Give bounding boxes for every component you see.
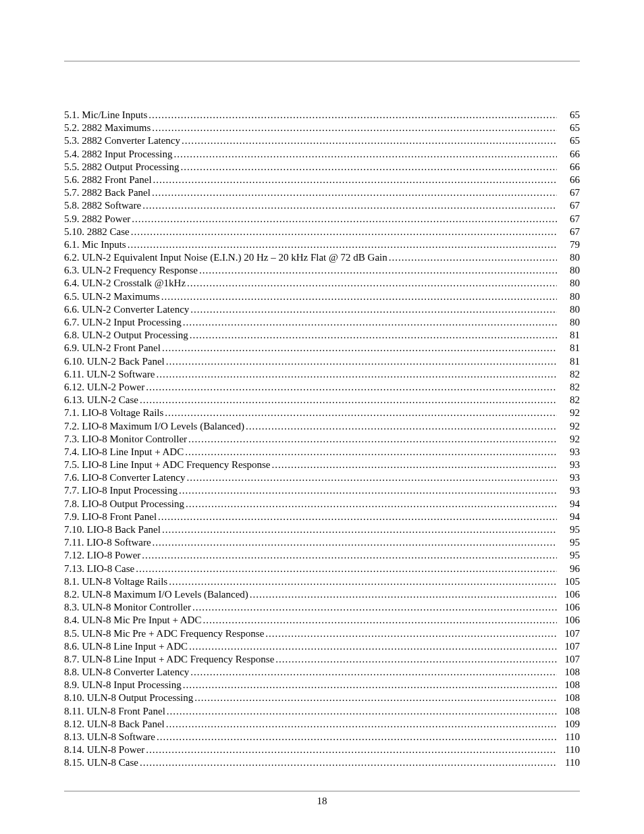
toc-leader-dots — [146, 744, 557, 756]
toc-entry[interactable]: 8.3. ULN-8 Monitor Controller106 — [64, 601, 580, 614]
toc-entry[interactable]: 6.5. ULN-2 Maximums80 — [64, 290, 580, 303]
toc-entry[interactable]: 6.4. ULN-2 Crosstalk @1kHz80 — [64, 277, 580, 290]
toc-entry[interactable]: 5.2. 2882 Maximums65 — [64, 122, 580, 134]
toc-entry[interactable]: 6.1. Mic Inputs79 — [64, 238, 580, 251]
page-number: 18 — [64, 796, 580, 807]
toc-entry[interactable]: 8.2. ULN-8 Maximum I/O Levels (Balanced)… — [64, 588, 580, 601]
toc-leader-dots — [179, 484, 557, 497]
toc-entry-title: 8.8. ULN-8 Converter Latency — [64, 666, 189, 679]
toc-leader-dots — [167, 705, 557, 718]
toc-entry[interactable]: 5.10. 2882 Case67 — [64, 226, 580, 238]
toc-entry[interactable]: 7.7. LIO-8 Input Processing93 — [64, 484, 580, 497]
toc-entry-page: 82 — [558, 368, 580, 381]
toc-entry-title: 6.11. ULN-2 Software — [64, 368, 155, 381]
toc-entry-page: 66 — [558, 174, 580, 186]
toc-entry-title: 5.3. 2882 Converter Latency — [64, 134, 180, 147]
toc-entry-page: 95 — [558, 549, 580, 562]
toc-entry[interactable]: 6.13. ULN-2 Case82 — [64, 394, 580, 407]
toc-entry-title: 5.8. 2882 Software — [64, 199, 141, 212]
toc-entry[interactable]: 7.11. LIO-8 Software95 — [64, 536, 580, 549]
toc-entry[interactable]: 8.7. ULN-8 Line Input + ADC Frequency Re… — [64, 653, 580, 666]
toc-leader-dots — [162, 342, 557, 355]
toc-leader-dots — [190, 329, 557, 342]
toc-entry-title: 8.2. ULN-8 Maximum I/O Levels (Balanced) — [64, 588, 248, 601]
toc-entry-title: 8.4. ULN-8 Mic Pre Input + ADC — [64, 614, 201, 627]
toc-entry[interactable]: 7.10. LIO-8 Back Panel95 — [64, 523, 580, 536]
toc-entry-title: 5.1. Mic/Line Inputs — [64, 109, 147, 122]
toc-entry-title: 6.8. ULN-2 Output Processing — [64, 329, 188, 342]
toc-entry-title: 6.7. ULN-2 Input Processing — [64, 316, 182, 329]
toc-entry[interactable]: 7.13. LIO-8 Case96 — [64, 563, 580, 575]
toc-entry[interactable]: 5.3. 2882 Converter Latency65 — [64, 134, 580, 147]
toc-entry[interactable]: 7.5. LIO-8 Line Input + ADC Frequency Re… — [64, 459, 580, 471]
toc-entry[interactable]: 8.4. ULN-8 Mic Pre Input + ADC106 — [64, 614, 580, 627]
toc-entry-page: 67 — [558, 226, 580, 238]
toc-leader-dots — [187, 277, 557, 290]
toc-entry[interactable]: 8.8. ULN-8 Converter Latency108 — [64, 666, 580, 679]
toc-entry-title: 7.11. LIO-8 Software — [64, 536, 151, 549]
toc-entry[interactable]: 6.7. ULN-2 Input Processing80 — [64, 316, 580, 329]
toc-entry[interactable]: 5.9. 2882 Power67 — [64, 213, 580, 226]
toc-entry[interactable]: 5.8. 2882 Software67 — [64, 199, 580, 212]
toc-leader-dots — [156, 368, 557, 381]
toc-entry[interactable]: 6.2. ULN-2 Equivalent Input Noise (E.I.N… — [64, 251, 580, 264]
table-of-contents: 5.1. Mic/Line Inputs655.2. 2882 Maximums… — [64, 109, 580, 770]
toc-entry-title: 5.4. 2882 Input Processing — [64, 148, 172, 161]
toc-entry[interactable]: 6.11. ULN-2 Software82 — [64, 368, 580, 381]
toc-entry[interactable]: 7.2. LIO-8 Maximum I/O Levels (Balanced)… — [64, 420, 580, 433]
toc-entry[interactable]: 5.7. 2882 Back Panel67 — [64, 186, 580, 199]
toc-entry[interactable]: 6.12. ULN-2 Power82 — [64, 381, 580, 394]
toc-entry[interactable]: 8.10. ULN-8 Output Processing108 — [64, 692, 580, 704]
toc-entry-page: 110 — [558, 744, 580, 756]
toc-entry[interactable]: 8.12. ULN-8 Back Panel109 — [64, 718, 580, 731]
toc-entry[interactable]: 8.15. ULN-8 Case110 — [64, 756, 580, 769]
toc-entry[interactable]: 6.3. ULN-2 Frequency Response80 — [64, 264, 580, 277]
toc-entry-title: 7.6. LIO-8 Converter Latency — [64, 471, 186, 484]
toc-entry[interactable]: 8.6. ULN-8 Line Input + ADC107 — [64, 640, 580, 653]
toc-leader-dots — [199, 264, 557, 277]
toc-leader-dots — [153, 174, 557, 186]
toc-entry[interactable]: 5.1. Mic/Line Inputs65 — [64, 109, 580, 122]
toc-entry[interactable]: 5.5. 2882 Output Processing66 — [64, 161, 580, 174]
toc-entry-page: 80 — [558, 251, 580, 264]
toc-entry[interactable]: 6.6. ULN-2 Converter Latency80 — [64, 303, 580, 316]
toc-entry[interactable]: 8.5. ULN-8 Mic Pre + ADC Frequency Respo… — [64, 627, 580, 640]
toc-leader-dots — [128, 238, 557, 251]
toc-entry[interactable]: 7.8. LIO-8 Output Processing94 — [64, 498, 580, 511]
toc-entry[interactable]: 7.6. LIO-8 Converter Latency93 — [64, 471, 580, 484]
toc-entry-title: 5.6. 2882 Front Panel — [64, 174, 152, 186]
toc-entry-page: 108 — [558, 692, 580, 704]
toc-entry-page: 67 — [558, 186, 580, 199]
toc-entry[interactable]: 8.13. ULN-8 Software110 — [64, 731, 580, 744]
toc-leader-dots — [142, 549, 557, 562]
toc-entry[interactable]: 7.4. LIO-8 Line Input + ADC93 — [64, 446, 580, 459]
toc-entry[interactable]: 8.1. ULN-8 Voltage Rails105 — [64, 575, 580, 588]
toc-entry-page: 92 — [558, 433, 580, 446]
toc-entry-title: 8.5. ULN-8 Mic Pre + ADC Frequency Respo… — [64, 627, 264, 640]
toc-entry-title: 8.14. ULN-8 Power — [64, 744, 144, 756]
toc-entry-page: 80 — [558, 277, 580, 290]
toc-entry[interactable]: 6.8. ULN-2 Output Processing81 — [64, 329, 580, 342]
toc-leader-dots — [246, 420, 557, 433]
toc-entry[interactable]: 8.9. ULN-8 Input Processing108 — [64, 679, 580, 692]
toc-entry[interactable]: 7.1. LIO-8 Voltage Rails92 — [64, 407, 580, 419]
toc-entry[interactable]: 8.14. ULN-8 Power110 — [64, 744, 580, 756]
toc-entry[interactable]: 7.3. LIO-8 Monitor Controller92 — [64, 433, 580, 446]
toc-leader-dots — [173, 148, 557, 161]
toc-entry[interactable]: 6.9. ULN-2 Front Panel81 — [64, 342, 580, 355]
toc-entry-page: 106 — [558, 588, 580, 601]
toc-entry-title: 7.8. LIO-8 Output Processing — [64, 498, 184, 511]
toc-entry-title: 8.13. ULN-8 Software — [64, 731, 155, 744]
toc-leader-dots — [190, 666, 557, 679]
toc-entry[interactable]: 7.12. LIO-8 Power95 — [64, 549, 580, 562]
toc-entry-page: 81 — [558, 342, 580, 355]
toc-leader-dots — [131, 226, 557, 238]
toc-entry[interactable]: 7.9. LIO-8 Front Panel94 — [64, 511, 580, 523]
toc-entry[interactable]: 5.6. 2882 Front Panel66 — [64, 174, 580, 186]
toc-entry[interactable]: 5.4. 2882 Input Processing66 — [64, 148, 580, 161]
toc-entry[interactable]: 6.10. ULN-2 Back Panel81 — [64, 355, 580, 368]
toc-entry-page: 81 — [558, 355, 580, 368]
toc-entry[interactable]: 8.11. ULN-8 Front Panel108 — [64, 705, 580, 718]
toc-entry-page: 110 — [558, 731, 580, 744]
toc-leader-dots — [161, 290, 557, 303]
